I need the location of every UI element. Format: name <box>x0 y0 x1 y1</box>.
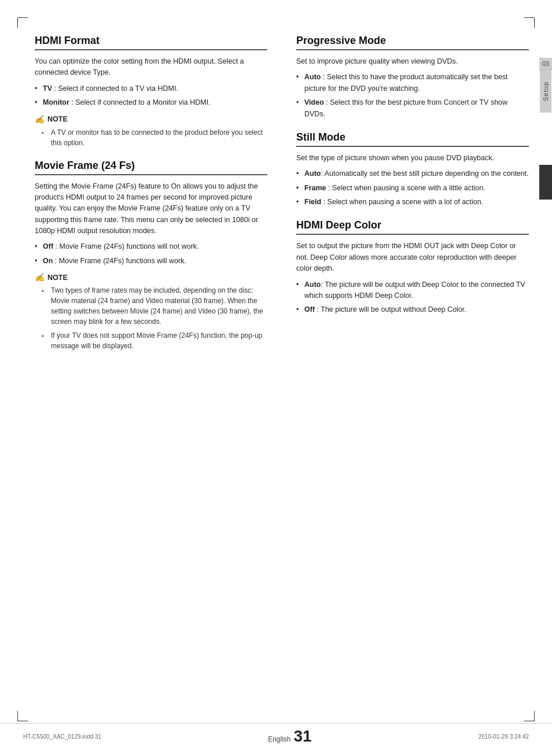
still-mode-intro: Set the type of picture shown when you p… <box>296 153 529 164</box>
hdmi-format-note-title: ✍ NOTE <box>35 115 267 124</box>
hdmi-format-intro: You can optimize the color setting from … <box>35 56 267 79</box>
movie-frame-note-item-2: If your TV does not support Movie Frame … <box>42 330 267 351</box>
page: 03 Setup HDMI Format You can optimize th… <box>0 0 552 756</box>
hdmi-format-note-items: A TV or monitor has to be connected to t… <box>42 127 267 148</box>
footer-page: English 31 <box>268 728 312 744</box>
still-mode-bullet-field: Field : Select when pausing a scene with… <box>296 197 529 208</box>
movie-frame-note: ✍ NOTE Two types of frame rates may be i… <box>35 272 267 351</box>
hdmi-format-bullet-tv: TV : Select if connected to a TV via HDM… <box>35 83 267 94</box>
hdmi-format-note: ✍ NOTE A TV or monitor has to be connect… <box>35 115 267 148</box>
progressive-mode-bullet-auto: Auto : Select this to have the product a… <box>296 72 529 94</box>
hdmi-deep-color-title: HDMI Deep Color <box>296 219 529 235</box>
still-mode-bullets: Auto: Automatically set the best still p… <box>296 168 529 208</box>
hdmi-deep-color-bullet-off: Off : The picture will be output without… <box>296 304 529 315</box>
content-area: HDMI Format You can optimize the color s… <box>35 35 529 716</box>
hdmi-format-bullet-monitor: Monitor : Select if connected to a Monit… <box>35 97 267 108</box>
right-column: Progressive Mode Set to improve picture … <box>290 35 529 716</box>
section-still-mode: Still Mode Set the type of picture shown… <box>296 131 529 208</box>
hdmi-deep-color-intro: Set to output the picture from the HDMI … <box>296 241 529 274</box>
hdmi-format-bullets: TV : Select if connected to a TV via HDM… <box>35 83 267 109</box>
note-icon-2: ✍ <box>35 272 45 282</box>
footer: HT-C5500_XAC_0129.indd 31 English 31 201… <box>0 723 552 744</box>
hdmi-format-note-item-1: A TV or monitor has to be connected to t… <box>42 127 267 148</box>
still-mode-bullet-frame: Frame : Select when pausing a scene with… <box>296 183 529 194</box>
movie-frame-note-items: Two types of frame rates may be included… <box>42 285 267 351</box>
progressive-mode-bullet-video: Video : Select this for the best picture… <box>296 97 529 120</box>
corner-mark-tr <box>524 17 535 28</box>
hdmi-deep-color-bullets: Auto: The picture will be output with De… <box>296 279 529 316</box>
side-tab-number: 03 <box>539 58 552 70</box>
footer-page-label: English <box>268 735 290 743</box>
hdmi-format-title: HDMI Format <box>35 35 267 50</box>
section-hdmi-deep-color: HDMI Deep Color Set to output the pictur… <box>296 219 529 315</box>
note-icon: ✍ <box>35 115 45 124</box>
side-black-bar <box>539 165 552 200</box>
progressive-mode-bullets: Auto : Select this to have the product a… <box>296 72 529 120</box>
movie-frame-note-item-1: Two types of frame rates may be included… <box>42 285 267 327</box>
side-tab-label: Setup <box>540 70 551 113</box>
corner-mark-tl <box>17 17 28 28</box>
movie-frame-bullet-off: Off : Movie Frame (24Fs) functions will … <box>35 241 267 252</box>
progressive-mode-intro: Set to improve picture quality when view… <box>296 56 529 67</box>
footer-left: HT-C5500_XAC_0129.indd 31 <box>23 733 101 740</box>
corner-mark-bl <box>17 711 28 721</box>
hdmi-deep-color-bullet-auto: Auto: The picture will be output with De… <box>296 279 529 302</box>
section-progressive-mode: Progressive Mode Set to improve picture … <box>296 35 529 120</box>
movie-frame-bullets: Off : Movie Frame (24Fs) functions will … <box>35 241 267 267</box>
side-tab: 03 Setup <box>539 58 552 113</box>
still-mode-title: Still Mode <box>296 131 529 147</box>
movie-frame-title: Movie Frame (24 Fs) <box>35 160 267 175</box>
still-mode-bullet-auto: Auto: Automatically set the best still p… <box>296 168 529 179</box>
movie-frame-bullet-on: On : Movie Frame (24Fs) functions will w… <box>35 256 267 267</box>
left-column: HDMI Format You can optimize the color s… <box>35 35 273 716</box>
movie-frame-note-title: ✍ NOTE <box>35 272 267 282</box>
footer-right: 2010-01-29 3:24:42 <box>479 733 529 740</box>
section-hdmi-format: HDMI Format You can optimize the color s… <box>35 35 267 148</box>
progressive-mode-title: Progressive Mode <box>296 35 529 50</box>
footer-page-number: 31 <box>294 728 312 744</box>
movie-frame-intro: Setting the Movie Frame (24Fs) feature t… <box>35 181 267 237</box>
section-movie-frame: Movie Frame (24 Fs) Setting the Movie Fr… <box>35 160 267 352</box>
